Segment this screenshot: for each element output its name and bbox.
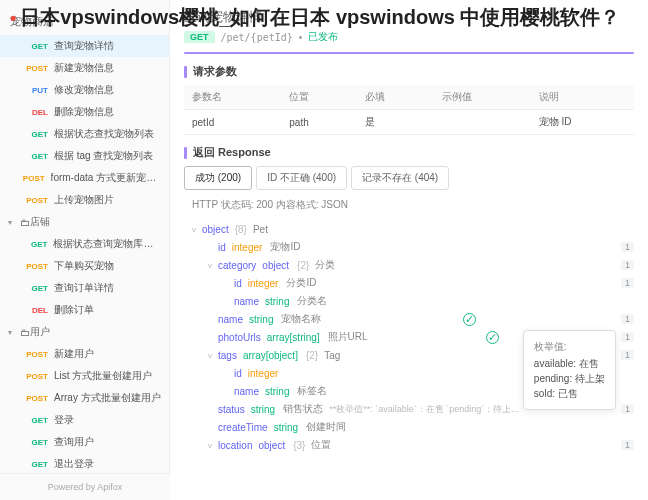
method-badge: GET <box>184 31 215 43</box>
method-label: POST <box>20 196 48 205</box>
sidebar-item-label: 新建宠物信息 <box>54 61 114 75</box>
api-path: /pet/{petId} <box>221 32 293 43</box>
method-label: GET <box>20 460 48 469</box>
chevron-down-icon: ▾ <box>8 328 20 337</box>
method-label: GET <box>20 438 48 447</box>
schema-row: namestring宠物名称✓1 <box>184 310 634 328</box>
sidebar-item-label: List 方式批量创建用户 <box>54 369 152 383</box>
response-tab[interactable]: 成功 (200) <box>184 166 252 190</box>
schema-desc: 创建时间 <box>306 420 346 434</box>
folder-icon: 🗀 <box>20 217 30 228</box>
required-badge: 1 <box>621 404 634 414</box>
required-badge: 1 <box>621 440 634 450</box>
method-label: POST <box>20 64 48 73</box>
sidebar-item[interactable]: GET查询用户 <box>0 431 169 453</box>
sidebar-item-label: 修改宠物信息 <box>54 83 114 97</box>
schema-type: object <box>262 260 289 271</box>
method-label: DEL <box>20 306 48 315</box>
sidebar-item[interactable]: GET根据状态查找宠物列表 <box>0 123 169 145</box>
sidebar-item[interactable]: POST新建用户 <box>0 343 169 365</box>
chevron-icon[interactable]: v <box>192 225 202 234</box>
sidebar-item[interactable]: GET根据 tag 查找宠物列表 <box>0 145 169 167</box>
sidebar-item-label: 删除宠物信息 <box>54 105 114 119</box>
schema-type: array[object] <box>243 350 298 361</box>
method-label: POST <box>20 350 48 359</box>
response-tab[interactable]: 记录不存在 (404) <box>351 166 449 190</box>
sidebar-item[interactable]: DEL删除宠物信息 <box>0 101 169 123</box>
schema-key: object <box>202 224 229 235</box>
sidebar-item[interactable]: GET登录 <box>0 409 169 431</box>
sidebar-item[interactable]: POST下单购买宠物 <box>0 255 169 277</box>
status-dot: • <box>299 32 303 43</box>
method-label: POST <box>20 394 48 403</box>
required-badge: 1 <box>621 260 634 270</box>
schema-key: id <box>234 278 242 289</box>
sidebar-item[interactable]: POST上传宠物图片 <box>0 189 169 211</box>
sidebar-group[interactable]: ▾ 🗀 店铺 <box>0 211 169 233</box>
required-badge: 1 <box>621 242 634 252</box>
sidebar-header: 宠物商店 <box>0 8 169 35</box>
chevron-icon[interactable]: v <box>208 261 218 270</box>
schema-desc: 标签名 <box>297 384 327 398</box>
schema-type: integer <box>248 278 279 289</box>
chevron-icon[interactable]: v <box>208 441 218 450</box>
schema-desc: Tag <box>324 350 340 361</box>
schema-key: photoUrls <box>218 332 261 343</box>
schema-type: string <box>249 314 273 325</box>
sidebar-item[interactable]: POST新建宠物信息 <box>0 57 169 79</box>
sidebar-item[interactable]: GET查询宠物详情 <box>0 35 169 57</box>
schema-desc: 宠物ID <box>270 240 300 254</box>
sidebar-group[interactable]: ▾ 🗀 用户 <box>0 321 169 343</box>
sidebar-item[interactable]: POSTArray 方式批量创建用户 <box>0 387 169 409</box>
method-label: GET <box>20 240 47 249</box>
sidebar-item[interactable]: GET根据状态查询宠物库存数 <box>0 233 169 255</box>
schema-desc: 位置 <box>311 438 331 452</box>
method-label: GET <box>20 284 48 293</box>
method-label: GET <box>20 42 48 51</box>
required-badge: 1 <box>621 350 634 360</box>
sidebar-item-label: 根据状态查找宠物列表 <box>54 127 154 141</box>
required-badge: 1 <box>621 278 634 288</box>
schema-row: vlocationobject{3}位置1 <box>184 436 634 454</box>
section-request-params: 请求参数 <box>184 64 634 79</box>
enum-tooltip: 枚举值: available: 在售pending: 待上架sold: 已售 <box>523 330 616 410</box>
sidebar-item-label: 查询订单详情 <box>54 281 114 295</box>
schema-desc: 分类ID <box>286 276 316 290</box>
schema-key: location <box>218 440 252 451</box>
schema-type: string <box>251 404 275 415</box>
method-label: PUT <box>20 86 48 95</box>
required-badge: 1 <box>621 332 634 342</box>
sidebar-item[interactable]: GET退出登录 <box>0 453 169 475</box>
schema-row: idinteger宠物ID1 <box>184 238 634 256</box>
sidebar-item-label: form-data 方式更新宠物信息 <box>51 171 161 185</box>
schema-type: string <box>265 386 289 397</box>
schema-type: string <box>265 296 289 307</box>
method-label: POST <box>20 372 48 381</box>
sidebar-item[interactable]: POSTList 方式批量创建用户 <box>0 365 169 387</box>
schema-key: createTime <box>218 422 268 433</box>
sidebar-item[interactable]: DEL删除订单 <box>0 299 169 321</box>
schema-desc: 销售状态 <box>283 402 323 416</box>
schema-type: integer <box>232 242 263 253</box>
method-label: POST <box>20 262 48 271</box>
section-response: 返回 Response <box>184 145 634 160</box>
schema-key: tags <box>218 350 237 361</box>
divider <box>184 52 634 54</box>
sidebar-item-label: 根据状态查询宠物库存数 <box>53 237 161 251</box>
chevron-icon[interactable]: v <box>208 351 218 360</box>
response-tabs: 成功 (200)ID 不正确 (400)记录不存在 (404) <box>184 166 634 190</box>
sidebar-item[interactable]: POSTform-data 方式更新宠物信息 <box>0 167 169 189</box>
schema-key: name <box>234 296 259 307</box>
sidebar-item[interactable]: GET查询订单详情 <box>0 277 169 299</box>
sidebar-item-label: 下单购买宠物 <box>54 259 114 273</box>
method-label: POST <box>20 174 45 183</box>
method-label: GET <box>20 130 48 139</box>
sidebar-item[interactable]: PUT修改宠物信息 <box>0 79 169 101</box>
params-table: 参数名位置必填示例值说明 petIdpath是宠物 ID <box>184 85 634 135</box>
sidebar-item-label: 登录 <box>54 413 74 427</box>
publish-status: 已发布 <box>308 30 338 44</box>
response-tab[interactable]: ID 不正确 (400) <box>256 166 347 190</box>
sidebar-item-label: 查询宠物详情 <box>54 39 114 53</box>
method-label: GET <box>20 152 48 161</box>
schema-type: object <box>258 440 285 451</box>
